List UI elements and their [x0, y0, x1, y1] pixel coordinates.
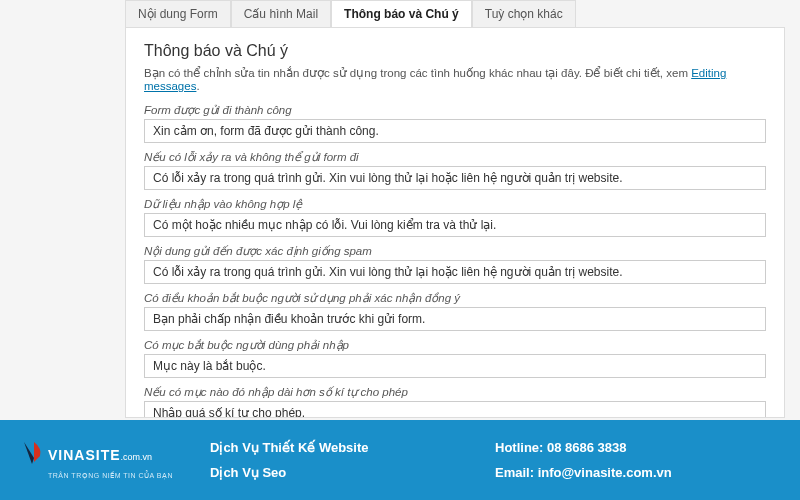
panel-title: Thông báo và Chú ý	[144, 42, 766, 60]
field-terms: Có điều khoản bắt buộc người sử dụng phả…	[144, 288, 766, 331]
footer-logo-block: VINASITE.com.vn TRÂN TRỌNG NIỀM TIN CỦA …	[20, 440, 210, 480]
input-spam-message[interactable]	[144, 260, 766, 284]
field-label: Form được gửi đi thành công	[144, 100, 766, 119]
service-seo-link[interactable]: Dịch Vụ Seo	[210, 465, 495, 480]
service-web-design-link[interactable]: Dịch Vụ Thiết Kế Website	[210, 440, 495, 455]
footer-services-column: Dịch Vụ Thiết Kế Website Dịch Vụ Seo	[210, 440, 495, 480]
tab-mail-config[interactable]: Cấu hình Mail	[231, 0, 331, 27]
field-label: Nội dung gửi đến được xác định giống spa…	[144, 241, 766, 260]
field-validation-error: Dữ liệu nhập vào không hợp lệ	[144, 194, 766, 237]
input-terms-message[interactable]	[144, 307, 766, 331]
tab-other-options[interactable]: Tuỳ chọn khác	[472, 0, 576, 27]
field-too-long: Nếu có mục nào đó nhập dài hơn số kí tự …	[144, 382, 766, 418]
tab-form-content[interactable]: Nội dung Form	[125, 0, 231, 27]
field-label: Nếu có lỗi xảy ra và không thể gửi form …	[144, 147, 766, 166]
brand-name: VINASITE	[48, 447, 121, 463]
messages-panel: Thông báo và Chú ý Bạn có thể chỉnh sửa …	[125, 28, 785, 418]
hotline-label: Hotline:	[495, 440, 547, 455]
field-send-error: Nếu có lỗi xảy ra và không thể gửi form …	[144, 147, 766, 190]
field-label: Có mục bắt buộc người dùng phải nhập	[144, 335, 766, 354]
field-spam: Nội dung gửi đến được xác định giống spa…	[144, 241, 766, 284]
tab-bar: Nội dung Form Cấu hình Mail Thông báo và…	[125, 0, 785, 28]
field-label: Có điều khoản bắt buộc người sử dụng phả…	[144, 288, 766, 307]
input-too-long-message[interactable]	[144, 401, 766, 418]
hotline-number: 08 8686 3838	[547, 440, 627, 455]
input-validation-error-message[interactable]	[144, 213, 766, 237]
input-success-message[interactable]	[144, 119, 766, 143]
email-label: Email:	[495, 465, 538, 480]
vinasite-logo-icon	[20, 440, 44, 470]
hotline[interactable]: Hotline: 08 8686 3838	[495, 440, 780, 455]
field-label: Dữ liệu nhập vào không hợp lệ	[144, 194, 766, 213]
panel-description: Bạn có thể chỉnh sửa tin nhắn được sử dụ…	[144, 66, 766, 92]
footer-banner: VINASITE.com.vn TRÂN TRỌNG NIỀM TIN CỦA …	[0, 420, 800, 500]
field-label: Nếu có mục nào đó nhập dài hơn số kí tự …	[144, 382, 766, 401]
panel-desc-text: Bạn có thể chỉnh sửa tin nhắn được sử dụ…	[144, 67, 691, 79]
brand-domain: .com.vn	[121, 452, 153, 462]
field-success: Form được gửi đi thành công	[144, 100, 766, 143]
field-required: Có mục bắt buộc người dùng phải nhập	[144, 335, 766, 378]
input-required-message[interactable]	[144, 354, 766, 378]
footer-contact-column: Hotline: 08 8686 3838 Email: info@vinasi…	[495, 440, 780, 480]
input-send-error-message[interactable]	[144, 166, 766, 190]
contact-email[interactable]: Email: info@vinasite.com.vn	[495, 465, 780, 480]
brand-tagline: TRÂN TRỌNG NIỀM TIN CỦA BẠN	[48, 472, 173, 480]
tab-messages[interactable]: Thông báo và Chú ý	[331, 0, 472, 27]
email-address: info@vinasite.com.vn	[538, 465, 672, 480]
panel-desc-suffix: .	[196, 80, 199, 92]
